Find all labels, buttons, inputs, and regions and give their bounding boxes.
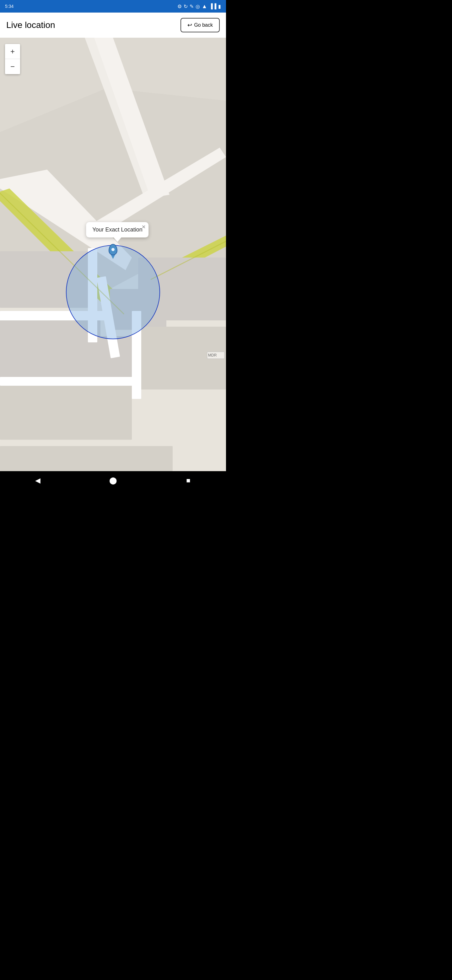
status-bar-left: 5:34 [5,4,14,9]
svg-rect-20 [0,377,141,386]
pin-tail [111,255,115,259]
nav-bar: ◀ ⬤ ■ [0,471,226,490]
go-back-label: Go back [194,22,213,28]
pin-inner [111,248,114,251]
nav-home-button[interactable]: ⬤ [105,473,121,488]
nav-recent-button[interactable]: ■ [181,473,196,488]
svg-rect-14 [0,383,132,440]
edit-icon: ✎ [190,3,193,10]
tooltip-close-button[interactable]: ✕ [141,224,146,230]
status-time: 5:34 [5,4,14,9]
page-title: Live location [6,20,55,30]
location-icon: ◎ [195,3,200,10]
zoom-out-button[interactable]: − [5,59,20,74]
nav-recent-icon: ■ [186,476,190,485]
zoom-controls: + − [5,44,20,74]
nav-home-icon: ⬤ [109,476,117,485]
location-accuracy-circle [66,245,160,339]
header: Live location ↩ Go back [0,13,226,38]
status-bar-right: ⚙ ↻ ✎ ◎ ▲ ▐▐ ▮ [178,3,221,10]
svg-text:MDR: MDR [208,353,217,358]
location-pin [109,244,117,259]
nav-back-button[interactable]: ◀ [30,473,46,488]
pin-body [109,244,117,255]
nav-back-icon: ◀ [35,476,41,485]
go-back-icon: ↩ [187,22,192,29]
tooltip-text: Your Exact Location [92,226,142,233]
zoom-in-button[interactable]: + [5,44,20,59]
settings-icon: ⚙ [178,3,182,10]
signal-icon: ▐▐ [209,3,216,9]
battery-icon: ▮ [218,3,221,10]
location-tooltip: ✕ Your Exact Location [86,222,149,237]
map-container[interactable]: MDR + − ✕ Your Exact Location [0,38,226,471]
svg-rect-16 [0,446,173,471]
go-back-button[interactable]: ↩ Go back [181,18,220,32]
status-bar: 5:34 ⚙ ↻ ✎ ◎ ▲ ▐▐ ▮ [0,0,226,13]
sync-icon: ↻ [184,3,188,10]
wifi-icon: ▲ [202,3,208,10]
